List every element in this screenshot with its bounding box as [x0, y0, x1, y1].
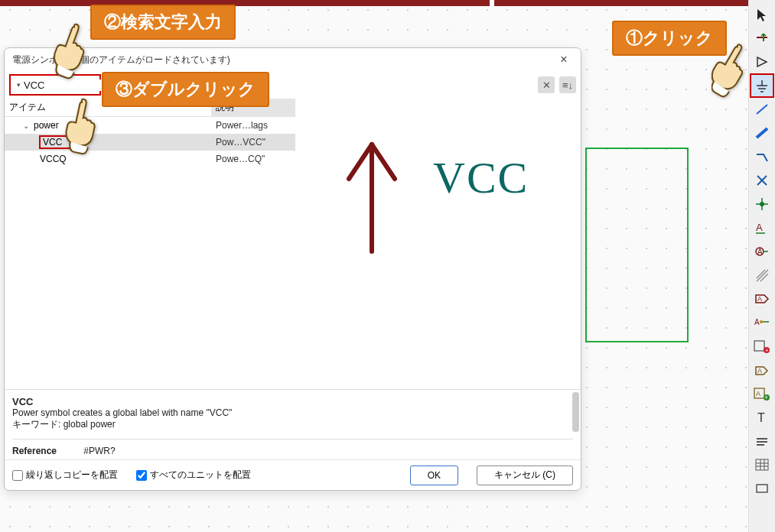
svg-text:+: +: [765, 347, 769, 354]
image-icon[interactable]: A+: [751, 382, 773, 405]
svg-text:A: A: [757, 248, 763, 256]
all-units-input[interactable]: [136, 470, 147, 481]
text-icon[interactable]: T: [751, 406, 773, 429]
pointer-hand-icon: [50, 23, 98, 86]
preview-symbol-name: VCC: [433, 152, 529, 203]
line-icon[interactable]: [751, 430, 773, 453]
all-units-label: すべてのユニットを配置: [150, 469, 251, 482]
svg-text:A: A: [757, 295, 762, 303]
dialog-title-text: 電源シンボル 06個のアイテムがロードされています): [12, 54, 230, 66]
cancel-button[interactable]: キャンセル (C): [477, 466, 573, 485]
svg-line-7: [757, 128, 767, 138]
pointer-hand-icon: [712, 43, 759, 105]
hierlabel-icon[interactable]: A: [751, 311, 773, 334]
detail-keywords-value: global power: [63, 419, 116, 430]
hatch-icon[interactable]: [751, 264, 773, 287]
callout-click: ①クリック: [612, 21, 727, 56]
callout-doubleclick: ③ダブルクリック: [102, 72, 269, 107]
svg-rect-33: [757, 444, 764, 446]
rect-icon[interactable]: [751, 477, 773, 500]
table-icon[interactable]: [751, 453, 773, 476]
symbol-tree: アイテム 説明 ⌄power Power…lags VCC Pow…VCC" V…: [5, 99, 295, 389]
ercmarker-icon[interactable]: +: [751, 335, 773, 358]
repeat-copy-label: 繰り返しコピーを配置: [26, 469, 118, 482]
tree-row-lib[interactable]: ⌄power Power…lags: [5, 117, 295, 134]
svg-text:A: A: [757, 367, 762, 375]
svg-text:T: T: [757, 411, 765, 424]
busentry-icon[interactable]: [751, 145, 773, 168]
sheet-outline: [585, 148, 689, 342]
svg-text:A: A: [756, 222, 763, 233]
repeat-copy-checkbox[interactable]: 繰り返しコピーを配置: [12, 469, 118, 482]
tree-row-desc: Power…lags: [211, 120, 295, 131]
svg-point-20: [760, 320, 763, 323]
svg-line-6: [757, 105, 767, 114]
svg-rect-32: [757, 441, 767, 443]
pointer-hand-icon: [60, 98, 106, 159]
dialog-footer: 繰り返しコピーを配置 すべてのユニットを配置 OK キャンセル (C): [5, 459, 581, 490]
svg-line-44: [372, 144, 395, 179]
detail-ref-label: Reference: [12, 446, 81, 456]
noconnect-icon[interactable]: [751, 169, 773, 192]
title-strip-gap: [490, 0, 494, 6]
svg-rect-22: [754, 341, 764, 351]
close-icon[interactable]: ×: [555, 50, 573, 69]
svg-point-12: [760, 202, 764, 206]
symbol-preview: VCC: [295, 99, 581, 389]
sort-icon[interactable]: ≡↓: [559, 76, 576, 93]
power-arrow-icon: [326, 129, 418, 259]
tree-row-vcc[interactable]: VCC Pow…VCC": [5, 134, 295, 151]
expander-icon[interactable]: ⌄: [23, 122, 32, 130]
tree-row-label: power: [34, 120, 59, 131]
symbol-details: VCC Power symbol creates a global label …: [5, 389, 581, 459]
detail-description: Power symbol creates a global label with…: [12, 407, 573, 418]
details-scrollbar[interactable]: [572, 392, 579, 432]
netlabel-icon[interactable]: A: [751, 287, 773, 310]
bus-icon[interactable]: [751, 122, 773, 144]
tree-row-desc: Pow…VCC": [211, 137, 295, 148]
detail-reference: Reference #PWR?: [12, 446, 573, 456]
clear-search-icon[interactable]: ✕: [538, 76, 555, 93]
chevron-down-icon[interactable]: ▾: [17, 81, 21, 89]
globallabel-icon[interactable]: A: [751, 240, 773, 263]
svg-rect-34: [756, 459, 768, 470]
svg-line-43: [349, 144, 372, 179]
svg-text:A: A: [756, 390, 760, 397]
label-icon[interactable]: A: [751, 216, 773, 239]
detail-keywords: キーワード: global power: [12, 418, 573, 431]
callout-search: ②検索文字入力: [90, 5, 236, 40]
all-units-checkbox[interactable]: すべてのユニットを配置: [136, 469, 251, 482]
detail-symbol-name: VCC: [12, 396, 573, 407]
svg-text:+: +: [764, 394, 768, 401]
svg-rect-31: [757, 438, 767, 440]
tree-row-vccq[interactable]: VCCQ Powe…CQ": [5, 151, 295, 167]
cursor-icon[interactable]: [751, 3, 773, 26]
repeat-copy-input[interactable]: [12, 470, 23, 481]
junction-icon[interactable]: [751, 193, 773, 216]
detail-keywords-label: キーワード:: [12, 419, 60, 430]
svg-text:A: A: [754, 318, 760, 326]
svg-rect-39: [757, 485, 767, 492]
detail-ref-value: #PWR?: [83, 446, 115, 456]
ok-button[interactable]: OK: [410, 466, 458, 485]
sheet-icon[interactable]: A: [751, 358, 773, 381]
tree-row-desc: Powe…CQ": [211, 154, 295, 164]
